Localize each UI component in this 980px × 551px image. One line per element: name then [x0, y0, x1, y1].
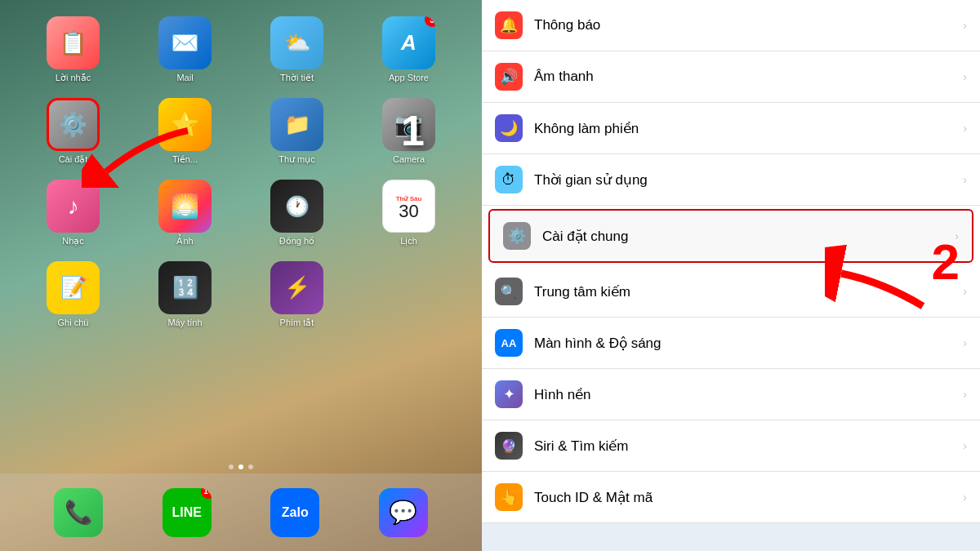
page-dots	[229, 464, 253, 469]
step-number-1: 1	[401, 106, 425, 155]
notification-icon: 🔔	[495, 11, 523, 39]
chevron-icon: ›	[963, 70, 967, 83]
right-panel: 🔔 Thông báo › 🔊 Âm thanh › 🌙 Không làm p…	[482, 0, 980, 551]
settings-item-notification[interactable]: 🔔 Thông báo ›	[482, 0, 980, 51]
settings-item-wallpaper[interactable]: ✦ Hình nền ›	[482, 369, 980, 420]
chevron-icon: ›	[963, 173, 967, 186]
dot-1	[229, 464, 234, 469]
red-arrow-1	[82, 122, 196, 188]
wallpaper-icon: ✦	[495, 380, 523, 408]
sound-icon: 🔊	[495, 63, 523, 91]
app-notes[interactable]: 📝 Ghi chú	[24, 261, 122, 328]
dock-phone[interactable]: 📞	[54, 488, 103, 537]
chevron-icon: ›	[963, 285, 967, 298]
app-calendar[interactable]: Thứ Sáu 30 Lịch	[360, 180, 457, 247]
left-panel: 📋 Lời nhắc ✉️ Mail ⛅ Thời tiết A 3 App S…	[0, 0, 482, 551]
settings-item-touchid[interactable]: 👆 Touch ID & Mật mã ›	[482, 472, 980, 523]
dock: 📞 LINE 14 Zalo 💬	[0, 473, 482, 551]
app-reminders[interactable]: 📋 Lời nhắc	[24, 16, 122, 83]
app-music[interactable]: ♪ Nhạc	[24, 180, 122, 247]
app-appstore[interactable]: A 3 App Store	[360, 16, 457, 83]
app-clock[interactable]: 🕐 Đồng hồ	[248, 180, 345, 247]
dock-line[interactable]: LINE 14	[163, 488, 212, 537]
touchid-icon: 👆	[495, 483, 523, 511]
step-number-2: 2	[932, 237, 960, 287]
dock-messenger[interactable]: 💬	[379, 488, 428, 537]
general-icon: ⚙️	[503, 222, 531, 250]
screentime-icon: ⏱	[495, 166, 523, 193]
app-calculator[interactable]: 🔢 Máy tính	[136, 261, 234, 328]
chevron-icon: ›	[963, 122, 967, 135]
line-badge: 14	[201, 488, 212, 499]
search-icon: 🔍	[495, 278, 523, 305]
siri-icon: 🔮	[495, 432, 523, 460]
dot-2	[238, 464, 243, 469]
app-weather[interactable]: ⛅ Thời tiết	[248, 16, 345, 83]
settings-item-display[interactable]: AA Màn hình & Độ sáng ›	[482, 318, 980, 369]
settings-item-dnd[interactable]: 🌙 Không làm phiền ›	[482, 103, 980, 154]
chevron-icon: ›	[963, 19, 967, 32]
app-files[interactable]: 📁 Thư mục	[248, 98, 345, 165]
app-photos[interactable]: 🌅 Ảnh	[136, 180, 234, 247]
red-arrow-2	[825, 241, 931, 314]
settings-item-siri[interactable]: 🔮 Siri & Tìm kiếm ›	[482, 420, 980, 472]
dnd-icon: 🌙	[495, 114, 523, 142]
appstore-badge: 3	[425, 16, 435, 27]
chevron-icon: ›	[963, 388, 967, 401]
app-mail[interactable]: ✉️ Mail	[136, 16, 234, 83]
settings-item-screentime[interactable]: ⏱ Thời gian sử dụng ›	[482, 154, 980, 206]
chevron-icon: ›	[963, 336, 967, 349]
chevron-icon: ›	[963, 439, 967, 452]
chevron-icon: ›	[963, 491, 967, 504]
settings-item-sound[interactable]: 🔊 Âm thanh ›	[482, 51, 980, 103]
display-icon: AA	[495, 329, 523, 357]
app-shortcuts[interactable]: ⚡ Phím tắt	[248, 261, 345, 328]
dot-3	[248, 464, 253, 469]
dock-zalo[interactable]: Zalo	[270, 488, 319, 537]
